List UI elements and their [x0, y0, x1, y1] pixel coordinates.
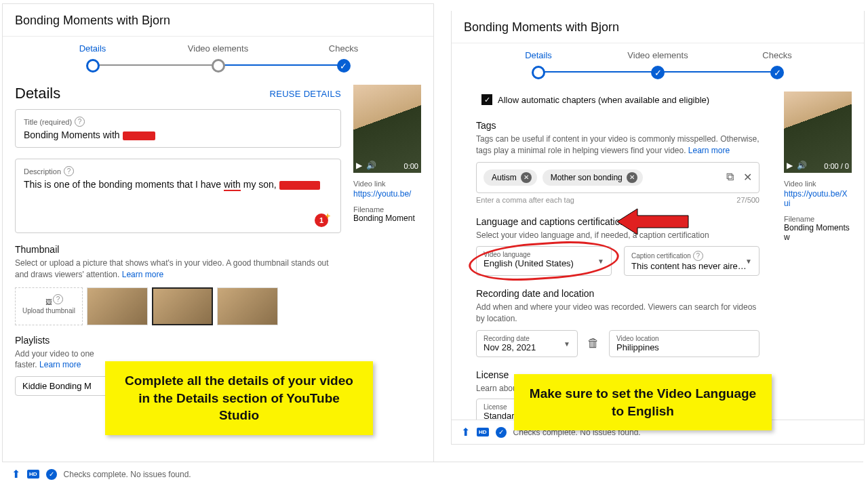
hd-badge: HD — [477, 428, 489, 436]
caption-certification-select[interactable]: Caption certification? This content has … — [624, 246, 760, 276]
checkbox-icon[interactable]: ✓ — [481, 94, 492, 105]
check-icon: ✓ — [46, 469, 57, 480]
step-details[interactable]: Details — [479, 50, 598, 60]
tag-count: 27/500 — [736, 196, 760, 204]
annotation-callout: Complete all the details of your video i… — [105, 361, 373, 435]
playlists-heading: Playlists — [15, 335, 341, 346]
upload-icon: ⬆ — [12, 468, 20, 481]
tags-input[interactable]: Autism✕ Mother son bonding✕ ⧉✕ — [476, 162, 760, 193]
title-label: Title (required) — [24, 118, 72, 126]
step-checks-dot[interactable]: ✓ — [337, 59, 351, 73]
remove-tag-icon[interactable]: ✕ — [627, 172, 637, 183]
details-heading: Details — [15, 85, 60, 102]
stepper: Details Video elements✓ Checks✓ — [452, 43, 864, 83]
stepper: Details Video elements Checks ✓ — [3, 37, 433, 77]
video-link[interactable]: https://youtu.be/Xui — [784, 189, 852, 208]
dialog-title: Bonding Moments with Bjorn — [3, 4, 433, 37]
learn-more-link[interactable]: Learn more — [39, 360, 81, 369]
video-preview[interactable]: ▶🔊 0:00 / 0 — [784, 92, 852, 173]
filename-label: Filename — [353, 205, 421, 214]
remove-tag-icon[interactable]: ✕ — [521, 172, 532, 183]
annotation-arrow — [617, 203, 692, 241]
tags-heading: Tags — [476, 120, 760, 131]
tag-hint: Enter a comma after each tag — [476, 196, 574, 204]
auto-chapters-checkbox[interactable]: ✓Allow automatic chapters (when availabl… — [476, 92, 760, 110]
step-details-dot[interactable] — [86, 59, 100, 73]
play-icon[interactable]: ▶ — [787, 161, 793, 170]
video-time: 0:00 — [404, 162, 418, 170]
filename-label: Filename — [784, 215, 852, 223]
recording-date-select[interactable]: Recording date Nov 28, 2021 ▼ — [476, 330, 578, 357]
step-elements-dot[interactable] — [212, 59, 225, 73]
step-checks[interactable]: Checks — [281, 43, 406, 54]
video-link-label: Video link — [784, 180, 852, 188]
thumbnail-heading: Thumbnail — [15, 244, 341, 255]
tag-chip[interactable]: Mother son bonding✕ — [542, 169, 643, 186]
description-field[interactable]: Description? This is one of the bonding … — [15, 159, 341, 233]
check-icon: ✓ — [496, 427, 507, 438]
copy-icon[interactable]: ⧉ — [726, 171, 734, 184]
video-language-select[interactable]: Video language English (United States) ▼ — [476, 246, 612, 276]
tag-chip[interactable]: Autism✕ — [484, 169, 537, 186]
help-icon[interactable]: ? — [53, 294, 63, 304]
dialog-title: Bonding Moments with Bjorn — [452, 11, 864, 43]
learn-more-link[interactable]: Learn more — [122, 270, 163, 279]
video-location-input[interactable]: Video location Philippines — [609, 330, 760, 357]
redacted-text — [123, 131, 155, 140]
help-icon[interactable]: ? — [64, 166, 74, 176]
play-icon[interactable]: ▶ — [356, 161, 362, 170]
notification-badge[interactable]: 1 — [315, 214, 328, 227]
step-elements[interactable]: Video elements — [598, 50, 717, 60]
volume-icon[interactable]: 🔊 — [797, 161, 807, 170]
video-link[interactable]: https://youtu.be/ — [353, 189, 421, 199]
step-elements[interactable]: Video elements — [155, 43, 281, 54]
video-preview[interactable]: ▶🔊 0:00 — [353, 85, 421, 173]
upload-thumbnail-button[interactable]: 🖼? Upload thumbnail — [15, 287, 83, 325]
redacted-text — [279, 181, 320, 190]
chevron-down-icon: ▼ — [597, 258, 604, 265]
recording-heading: Recording date and location — [476, 288, 760, 299]
description-label: Description — [24, 167, 61, 176]
annotation-callout: Make sure to set the Video Language to E… — [514, 374, 772, 430]
help-icon[interactable]: ? — [693, 251, 703, 261]
footer-status: ⬆ HD ✓ Checks complete. No issues found. — [2, 462, 863, 486]
thumbnail-option[interactable] — [87, 287, 148, 325]
reuse-details-button[interactable]: REUSE DETAILS — [269, 89, 341, 99]
thumbnail-option-selected[interactable] — [152, 287, 213, 325]
help-icon[interactable]: ? — [75, 117, 85, 127]
learn-more-link[interactable]: Learn more — [688, 146, 730, 155]
chevron-down-icon: ▼ — [564, 340, 570, 347]
upload-icon: ⬆ — [461, 426, 470, 439]
video-link-label: Video link — [353, 180, 421, 188]
filename: Bonding Moment — [353, 214, 421, 223]
volume-icon[interactable]: 🔊 — [366, 161, 376, 170]
title-field[interactable]: Title (required)? Bonding Moments with — [15, 109, 341, 148]
clear-icon[interactable]: ✕ — [743, 171, 752, 184]
svg-marker-0 — [617, 209, 688, 235]
chevron-down-icon: ▼ — [745, 258, 752, 265]
step-details[interactable]: Details — [30, 43, 155, 54]
thumbnail-option[interactable] — [217, 287, 278, 325]
step-checks[interactable]: Checks — [717, 50, 837, 60]
filename: Bonding Moments w — [784, 223, 852, 242]
video-time: 0:00 / 0 — [824, 162, 849, 170]
hd-badge: HD — [27, 470, 39, 479]
trash-icon[interactable]: 🗑 — [587, 336, 599, 350]
